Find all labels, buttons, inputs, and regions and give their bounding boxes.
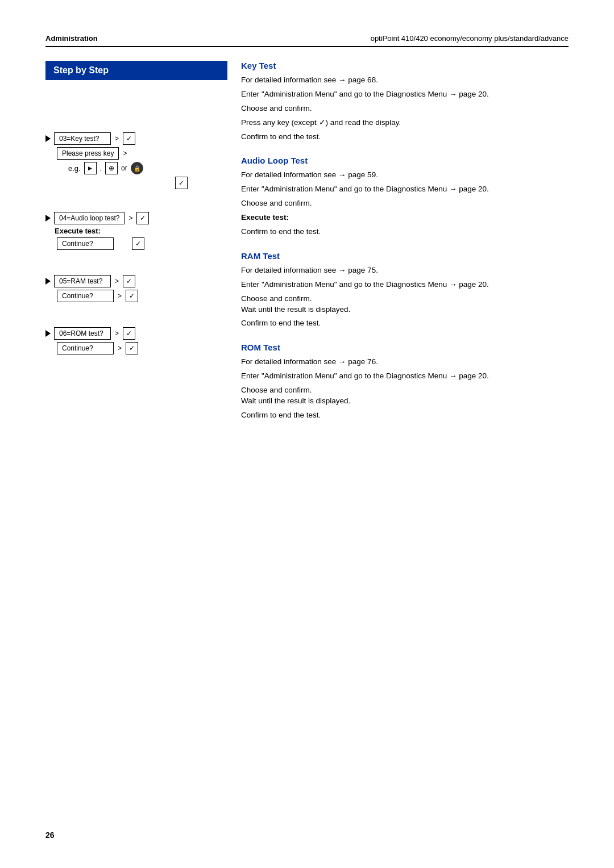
rom-test-line-1: For detailed information see → page 76. (241, 357, 569, 368)
rom-test-section: ROM Test For detailed information see → … (241, 343, 569, 420)
key-test-line-2: Enter "Administration Menu" and go to th… (241, 89, 569, 100)
key-test-row-1: 03=Key test? > ✓ (45, 132, 227, 145)
header-right: optiPoint 410/420 economy/economy plus/s… (371, 34, 569, 43)
or-label: or (121, 164, 127, 172)
execute-test-label: Execute test: (55, 227, 227, 235)
audio-continue-row: Continue? ✓ (45, 237, 227, 250)
page-header: Administration optiPoint 410/420 economy… (45, 34, 569, 47)
play-icon-2 (45, 215, 51, 222)
key-test-screen-2: Please press key (57, 147, 119, 160)
audio-loop-line-2: Enter "Administration Menu" and go to th… (241, 184, 569, 195)
arrow-1: > (115, 135, 119, 143)
check-btn-4[interactable]: ✓ (123, 275, 135, 287)
arrow-2: > (123, 149, 127, 157)
ram-test-row: 05=RAM test? > ✓ (45, 275, 227, 287)
check-btn-6[interactable]: ✓ (123, 327, 135, 340)
left-column: Step by Step 03=Key test? > ✓ Please pre… (45, 61, 227, 425)
plus-icon-box: ⊕ (105, 162, 118, 174)
rom-test-row: 06=ROM test? > ✓ (45, 327, 227, 340)
arrow-5: > (118, 292, 122, 300)
arrow-6: > (115, 329, 119, 337)
play-icon-1 (45, 135, 51, 142)
key-test-line-1: For detailed information see → page 68. (241, 75, 569, 86)
ram-test-line-2: Enter "Administration Menu" and go to th… (241, 279, 569, 290)
rom-test-screen: 06=ROM test? (54, 327, 111, 340)
right-column: Key Test For detailed information see → … (227, 61, 569, 425)
rom-test-confirm: Confirm to end the test. (241, 410, 569, 421)
rom-test-title: ROM Test (241, 343, 569, 352)
check-btn-3[interactable]: ✓ (132, 237, 144, 250)
audio-loop-line-1: For detailed information see → page 59. (241, 170, 569, 181)
key-test-confirm: Confirm to end the test. (241, 132, 569, 143)
check-btn-5[interactable]: ✓ (126, 290, 138, 302)
check-btn-2[interactable]: ✓ (136, 212, 149, 224)
rom-continue-screen: Continue? (57, 342, 114, 354)
confirm-check-row: ✓ (45, 177, 188, 189)
eg-row: e.g. ▶ , ⊕ or 🔒 (68, 162, 227, 174)
play-icon-3 (45, 278, 51, 285)
audio-loop-screen: 04=Audio loop test? (54, 212, 125, 224)
audio-loop-section: Audio Loop Test For detailed information… (241, 156, 569, 237)
ram-continue-screen: Continue? (57, 290, 114, 302)
audio-loop-row-1: 04=Audio loop test? > ✓ (45, 212, 227, 224)
comma-separator: , (100, 164, 102, 172)
ram-test-title: RAM Test (241, 251, 569, 261)
audio-continue-screen: Continue? (57, 237, 114, 250)
key-test-press: Press any key (except ✓) and read the di… (241, 118, 569, 128)
key-test-screen-1: 03=Key test? (54, 132, 111, 145)
play-icon-box: ▶ (84, 162, 97, 174)
arrow-3: > (128, 214, 132, 222)
ram-test-line-1: For detailed information see → page 75. (241, 265, 569, 276)
ram-test-section: RAM Test For detailed information see → … (241, 251, 569, 329)
ram-test-confirm: Confirm to end the test. (241, 318, 569, 329)
check-btn-confirm[interactable]: ✓ (175, 177, 188, 189)
arrow-7: > (118, 344, 122, 352)
play-icon-4 (45, 330, 51, 337)
key-test-row-2: Please press key > (45, 147, 227, 160)
ram-test-screen: 05=RAM test? (54, 275, 111, 287)
check-btn-1[interactable]: ✓ (123, 132, 135, 145)
ram-continue-row: Continue? > ✓ (45, 290, 227, 302)
audio-loop-choose: Choose and confirm. (241, 198, 569, 209)
dark-icon: 🔒 (131, 162, 143, 174)
ram-test-choose: Choose and confirm.Wait until the result… (241, 294, 569, 315)
audio-loop-confirm: Confirm to end the test. (241, 227, 569, 237)
key-test-section: Key Test For detailed information see → … (241, 61, 569, 142)
rom-continue-row: Continue? > ✓ (45, 342, 227, 354)
rom-test-line-2: Enter "Administration Menu" and go to th… (241, 371, 569, 382)
eg-label: e.g. (68, 164, 81, 173)
main-content: Step by Step 03=Key test? > ✓ Please pre… (45, 61, 569, 425)
audio-loop-title: Audio Loop Test (241, 156, 569, 165)
header-left: Administration (45, 34, 98, 43)
rom-test-choose: Choose and confirm.Wait until the result… (241, 385, 569, 407)
key-test-title: Key Test (241, 61, 569, 70)
step-by-step-banner: Step by Step (45, 61, 227, 80)
check-btn-7[interactable]: ✓ (126, 342, 138, 354)
page: Administration optiPoint 410/420 economy… (0, 0, 614, 868)
key-test-choose: Choose and confirm. (241, 103, 569, 114)
arrow-4: > (115, 277, 119, 285)
page-number: 26 (45, 831, 55, 840)
audio-execute-label: Execute test: (241, 212, 569, 223)
